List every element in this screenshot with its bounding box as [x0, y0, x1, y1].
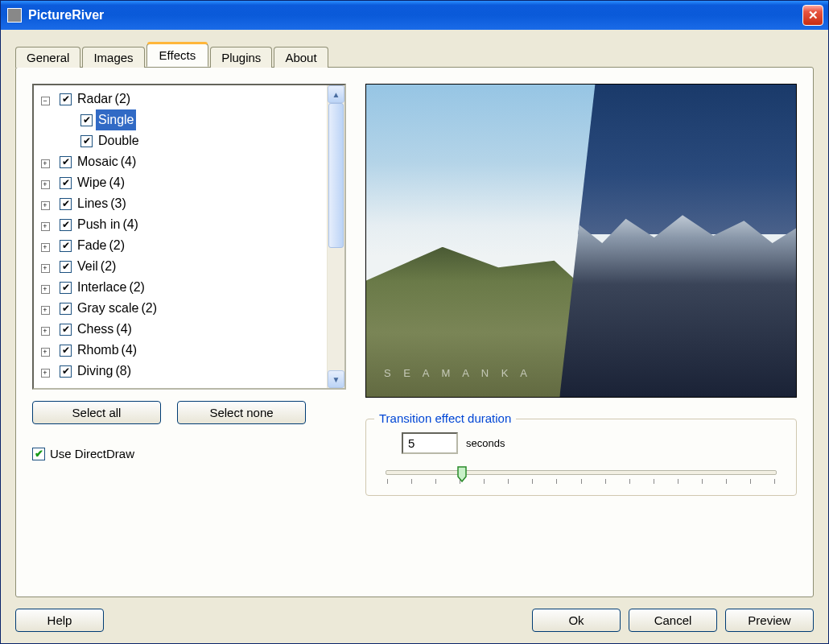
expand-icon[interactable]: + — [41, 348, 50, 357]
ok-button[interactable]: Ok — [532, 609, 621, 632]
tree-checkbox[interactable]: ✔ — [60, 219, 72, 231]
expand-icon[interactable]: + — [41, 369, 50, 378]
tree-node-count: (4) — [121, 151, 137, 172]
effects-panel: −✔Radar (2)✔Single✔Double+✔Mosaic (4)+✔W… — [15, 67, 814, 597]
select-all-button[interactable]: Select all — [32, 401, 161, 424]
vertical-scrollbar[interactable]: ▲ ▼ — [327, 85, 344, 388]
tree-node[interactable]: +✔Mosaic (4) — [34, 151, 327, 172]
scroll-down-button[interactable]: ▼ — [328, 370, 344, 388]
slider-track[interactable] — [386, 470, 777, 475]
tree-node-label[interactable]: Diving — [75, 361, 115, 382]
tree-node[interactable]: +✔Veil (2) — [34, 256, 327, 277]
expand-icon[interactable]: + — [41, 306, 50, 315]
duration-input[interactable] — [402, 432, 458, 454]
svg-marker-0 — [458, 467, 466, 481]
tree-node-label[interactable]: Single — [96, 109, 136, 130]
tree-node-count: (2) — [129, 277, 145, 298]
preview-image-b — [559, 85, 796, 397]
tree-checkbox[interactable]: ✔ — [60, 261, 72, 273]
effects-tree[interactable]: −✔Radar (2)✔Single✔Double+✔Mosaic (4)+✔W… — [34, 85, 327, 388]
cancel-button[interactable]: Cancel — [629, 609, 717, 632]
tree-node-label[interactable]: Chess — [75, 319, 116, 340]
tree-node[interactable]: +✔Gray scale (2) — [34, 298, 327, 319]
tree-node[interactable]: +✔Interlace (2) — [34, 277, 327, 298]
scroll-thumb[interactable] — [328, 103, 344, 248]
tree-node[interactable]: +✔Lines (3) — [34, 193, 327, 214]
tab-about[interactable]: About — [274, 47, 328, 68]
tabs: General Images Effects Plugins About — [15, 44, 814, 67]
tree-checkbox[interactable]: ✔ — [60, 240, 72, 252]
tree-node[interactable]: ✔Double — [34, 130, 327, 151]
tree-node[interactable]: +✔Chess (4) — [34, 319, 327, 340]
tree-node-count: (2) — [141, 298, 157, 319]
expand-icon[interactable]: + — [41, 243, 50, 252]
tree-node-label[interactable]: Radar — [75, 89, 115, 109]
tree-checkbox[interactable]: ✔ — [60, 365, 72, 378]
collapse-icon[interactable]: − — [41, 97, 50, 105]
expand-icon[interactable]: + — [41, 327, 50, 336]
tree-checkbox[interactable]: ✔ — [60, 177, 72, 189]
effects-right-column: S E A M A N K A Transition effect durati… — [365, 84, 797, 580]
tree-node-label[interactable]: Rhomb — [75, 340, 122, 361]
tree-node-count: (8) — [115, 361, 131, 382]
tree-node-count: (4) — [109, 172, 125, 193]
select-none-button[interactable]: Select none — [177, 401, 306, 424]
tree-checkbox[interactable]: ✔ — [60, 198, 72, 210]
expand-icon[interactable]: + — [41, 159, 50, 168]
tab-general[interactable]: General — [15, 47, 80, 68]
tab-plugins[interactable]: Plugins — [210, 47, 272, 68]
preview-button[interactable]: Preview — [725, 609, 814, 632]
tree-checkbox[interactable]: ✔ — [60, 345, 72, 357]
tree-node-label[interactable]: Lines — [75, 193, 110, 214]
tree-node[interactable]: +✔Rhomb (4) — [34, 340, 327, 361]
expand-icon[interactable]: + — [41, 285, 50, 294]
slider-ticks — [386, 479, 777, 484]
tree-node-count: (2) — [101, 256, 117, 277]
tree-node[interactable]: −✔Radar (2) — [34, 89, 327, 109]
expand-icon[interactable]: + — [41, 264, 50, 273]
effect-preview: S E A M A N K A — [365, 84, 797, 398]
close-button[interactable]: ✕ — [802, 5, 823, 26]
tree-checkbox[interactable]: ✔ — [60, 282, 72, 294]
tree-node[interactable]: +✔Wipe (4) — [34, 172, 327, 193]
tree-node[interactable]: ✔Single — [34, 109, 327, 130]
window-title: PictureRiver — [28, 8, 802, 23]
scroll-up-button[interactable]: ▲ — [328, 85, 344, 103]
tree-checkbox[interactable]: ✔ — [60, 303, 72, 315]
tree-node[interactable]: +✔Fade (2) — [34, 235, 327, 256]
directdraw-row: ✔ Use DirectDraw — [32, 447, 346, 460]
preview-watermark: S E A M A N K A — [384, 367, 532, 379]
tree-node-count: (4) — [122, 340, 138, 361]
tree-checkbox[interactable]: ✔ — [60, 324, 72, 336]
tree-node-count: (3) — [110, 193, 126, 214]
client-area: General Images Effects Plugins About −✔R… — [1, 30, 828, 643]
tree-node-label[interactable]: Push in — [75, 214, 122, 235]
tree-node-label[interactable]: Gray scale — [75, 298, 141, 319]
directdraw-checkbox[interactable]: ✔ — [32, 448, 45, 460]
close-icon: ✕ — [808, 8, 819, 23]
expand-icon[interactable]: + — [41, 180, 50, 189]
tree-node[interactable]: +✔Push in (4) — [34, 214, 327, 235]
tree-node[interactable]: +✔Diving (8) — [34, 361, 327, 382]
tree-node-label[interactable]: Wipe — [75, 172, 109, 193]
expand-icon[interactable]: + — [41, 201, 50, 210]
tab-images[interactable]: Images — [82, 47, 144, 68]
slider-thumb[interactable] — [456, 465, 468, 483]
expand-icon[interactable]: + — [41, 222, 50, 231]
tree-node-label[interactable]: Double — [96, 130, 142, 151]
tree-checkbox[interactable]: ✔ — [80, 135, 93, 147]
tree-node-label[interactable]: Interlace — [75, 277, 129, 298]
scroll-track[interactable] — [328, 103, 344, 370]
effects-left-column: −✔Radar (2)✔Single✔Double+✔Mosaic (4)+✔W… — [32, 84, 346, 580]
tree-node-label[interactable]: Fade — [75, 235, 109, 256]
tree-node-label[interactable]: Mosaic — [75, 151, 121, 172]
duration-group: Transition effect duration seconds — [365, 419, 797, 496]
tree-node-label[interactable]: Veil — [75, 256, 101, 277]
help-button[interactable]: Help — [15, 609, 104, 632]
duration-slider[interactable] — [377, 470, 785, 484]
tab-effects[interactable]: Effects — [146, 43, 209, 67]
tree-checkbox[interactable]: ✔ — [80, 114, 93, 126]
directdraw-label[interactable]: Use DirectDraw — [50, 447, 134, 460]
tree-checkbox[interactable]: ✔ — [60, 93, 72, 105]
tree-checkbox[interactable]: ✔ — [60, 156, 72, 168]
